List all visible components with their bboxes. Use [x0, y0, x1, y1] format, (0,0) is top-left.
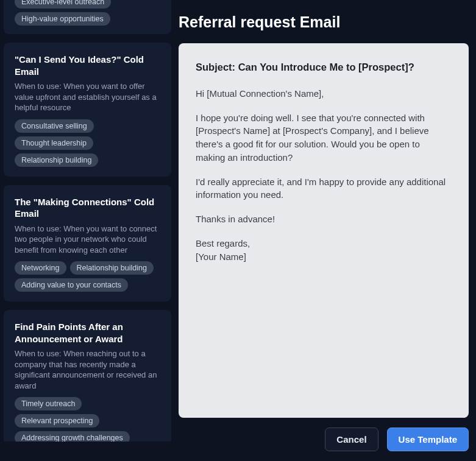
tag: Adding value to your contacts [15, 278, 128, 292]
card-description: When to use: When you want to offer valu… [15, 81, 160, 113]
template-card[interactable]: Executive-level outreach High-value oppo… [4, 0, 171, 34]
card-title: The "Making Connections" Cold Email [15, 196, 160, 220]
tag-row: Consultative selling Thought leadership … [15, 119, 160, 167]
email-preview: Subject: Can You Introduce Me to [Prospe… [179, 43, 469, 418]
tag: Addressing growth challenges [15, 431, 130, 442]
tag: Relationship building [15, 153, 98, 167]
tag: Relevant prospecting [15, 414, 99, 428]
page-title: Referral request Email [179, 13, 469, 31]
template-card[interactable]: "Can I Send You Ideas?" Cold Email When … [4, 43, 171, 177]
card-description: When to use: When you want to connect tw… [15, 223, 160, 256]
tag: Timely outreach [15, 397, 82, 410]
use-template-button[interactable]: Use Template [387, 428, 469, 451]
tag-row: Networking Relationship building Adding … [15, 261, 160, 292]
email-paragraph: Thanks in advance! [196, 213, 452, 226]
template-card[interactable]: Find Pain Points After an Announcement o… [4, 310, 171, 442]
tag-row: Executive-level outreach High-value oppo… [15, 0, 160, 26]
action-bar: Cancel Use Template [179, 418, 469, 452]
card-title: Find Pain Points After an Announcement o… [15, 321, 160, 345]
card-description: When to use: When reaching out to a comp… [15, 348, 160, 391]
template-card[interactable]: The "Making Connections" Cold Email When… [4, 185, 171, 302]
cancel-button[interactable]: Cancel [325, 428, 378, 451]
email-signoff: Best regards, [Your Name] [196, 237, 452, 264]
tag: Executive-level outreach [15, 0, 111, 9]
main-panel: Referral request Email Subject: Can You … [179, 0, 469, 452]
tag: Consultative selling [15, 119, 94, 133]
tag-row: Timely outreach Relevant prospecting Add… [15, 397, 160, 442]
email-paragraph: Hi [Mutual Connection's Name], [196, 87, 452, 100]
card-title: "Can I Send You Ideas?" Cold Email [15, 54, 160, 77]
tag: Thought leadership [15, 136, 93, 150]
tag: Networking [15, 261, 66, 275]
email-subject: Subject: Can You Introduce Me to [Prospe… [196, 60, 452, 75]
email-paragraph: I'd really appreciate it, and I'm happy … [196, 175, 452, 202]
template-sidebar: Executive-level outreach High-value oppo… [4, 0, 171, 442]
tag: Relationship building [70, 261, 154, 275]
email-paragraph: I hope you're doing well. I see that you… [196, 111, 452, 164]
app-root: Executive-level outreach High-value oppo… [0, 0, 476, 461]
tag: High-value opportunities [15, 12, 110, 26]
